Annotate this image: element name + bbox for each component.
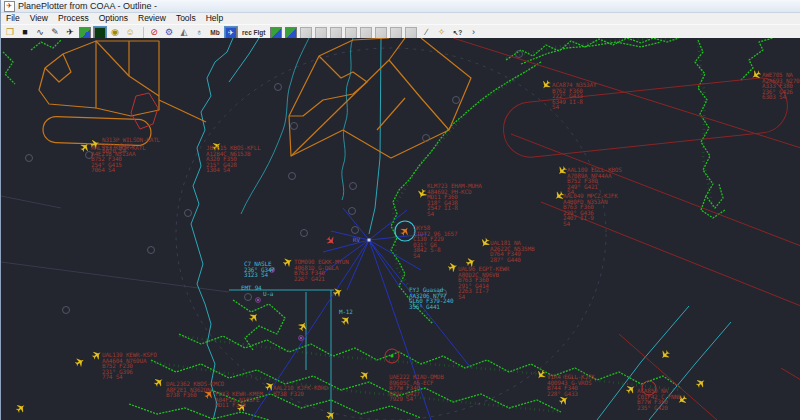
range-ring — [176, 48, 606, 420]
coastline-speckle — [151, 38, 713, 412]
waypoint-circle-4 — [350, 183, 357, 190]
title-bar: ✈ PlanePlotter from COAA - Outline - — [1, 0, 800, 13]
aircraft-24[interactable] — [535, 368, 548, 381]
waypoint-circle-8 — [291, 123, 298, 130]
menu-review[interactable]: Review — [133, 13, 171, 24]
track-layer — [131, 38, 800, 420]
disabled-button-5-face — [360, 27, 372, 39]
data-block-12: UAL139 KEWR-KSFOAA4604 N769UAB752 F23023… — [102, 351, 157, 380]
waypoint-circle-5 — [349, 208, 356, 215]
waypoint-circle-10 — [453, 97, 460, 104]
data-block-3: KLM723 EHAM-MUHA484692 PH-KCDMD11 F36021… — [427, 182, 482, 217]
airport-dot — [390, 354, 393, 357]
window-title: PlanePlotter from COAA - Outline - — [18, 1, 157, 11]
map-a-button-face — [270, 27, 282, 39]
chart-grid-lines — [1, 196, 229, 292]
data-block-18: AAL210 KJFK-KORDB738 F320 — [273, 384, 328, 397]
data-block-10: UAL96 EGPT-KEWRA80D2C N96VBB763 F360291°… — [458, 265, 510, 300]
aircraft-26[interactable] — [624, 383, 637, 396]
map-b-button-face — [285, 27, 297, 39]
separator-1 — [139, 27, 144, 39]
data-block-22: U-a — [263, 290, 274, 297]
menu-help[interactable]: Help — [201, 13, 228, 24]
data-block-20: C7 NASLE236° G3473123 S4 — [244, 260, 275, 278]
aircraft-16[interactable] — [750, 69, 763, 82]
data-block-4: GKY58EIDT2 96 1657C130 F229031° G63842 S… — [413, 224, 458, 259]
disabled-button-4-face — [345, 27, 357, 39]
disabled-button-7-face — [390, 27, 402, 39]
aircraft-29[interactable] — [14, 402, 27, 415]
waypoint-circle-11 — [516, 51, 523, 58]
data-block-19: FYJ GuasadAA3206 N777CL60 F379-240356° G… — [409, 286, 454, 310]
aircraft-31[interactable] — [694, 377, 707, 390]
waypoint-circle-7 — [275, 84, 282, 91]
menu-view[interactable]: View — [25, 13, 53, 24]
data-block-24: RV — [353, 236, 360, 243]
boundary-layer — [191, 38, 731, 420]
aircraft-18[interactable] — [74, 356, 87, 369]
aircraft-7[interactable] — [358, 369, 371, 382]
data-block-16: ACA859 NAC01F42 C-FNNDB77W F360235° G420 — [637, 387, 682, 411]
disabled-button-1-face — [300, 27, 312, 39]
waypoint-circle-6 — [352, 227, 359, 234]
data-block-23: M-12 — [339, 308, 353, 315]
navaid-dot-1 — [257, 299, 259, 301]
waypoint-circle-16 — [301, 230, 308, 237]
data-block-15: VIR4 EGLL-KJFK400943 G-VROSB744 F340228°… — [547, 373, 595, 397]
menu-process[interactable]: Process — [53, 13, 94, 24]
chart-view-button-face — [79, 27, 91, 39]
aircraft-19[interactable] — [152, 376, 165, 389]
aircraft-3[interactable] — [282, 256, 295, 269]
waypoint-circle-12 — [63, 307, 70, 314]
data-block-13: UAE222 KIAD-OMDB89605C A6-ECFB77W F34008… — [389, 373, 444, 402]
radar-view-button-face — [94, 27, 106, 39]
app-icon: ✈ — [4, 1, 15, 12]
menu-tools[interactable]: Tools — [171, 13, 201, 24]
aircraft-13[interactable] — [540, 78, 553, 91]
waypoint-circle-13 — [148, 247, 155, 254]
aircraft-27[interactable] — [658, 348, 671, 361]
waypoint-circle-3 — [289, 173, 296, 180]
data-block-8: AWE705 NAA2A693 N270AYA333 F380236° G426… — [762, 71, 800, 100]
map-view[interactable]: AAL513 KBGR-KATLA4E21B N513AAB752 F34025… — [1, 38, 800, 420]
waypoint-circle-14 — [26, 155, 33, 162]
hub-airport-symbol — [368, 239, 371, 242]
menu-options[interactable]: Options — [94, 13, 133, 24]
waypoint-circle-2 — [245, 294, 252, 301]
data-block-17: FDX3 KEWR-KMEMA04F21 N103FEMD11 F330 — [215, 390, 263, 408]
aircraft-5[interactable] — [297, 320, 310, 333]
disabled-button-2-face — [315, 27, 327, 39]
data-block-2: JBU615 KBOS-KFLLA12B4C N615JBA320 F35021… — [206, 144, 261, 173]
label-layer: AAL513 KBGR-KATLA4E21B N513AAB752 F34025… — [91, 71, 800, 411]
navaid-dot-2 — [300, 337, 302, 339]
disabled-button-6-face — [375, 27, 387, 39]
disabled-button-8-face — [405, 27, 417, 39]
disabled-button-3-face — [330, 27, 342, 39]
data-block-5: AAL109 EGLL-KBOSA7089A N744AAB752 F38024… — [567, 166, 622, 195]
planeplotter-window: ✈ PlanePlotter from COAA - Outline - Fil… — [0, 0, 800, 420]
data-block-21: EMT 94 — [241, 284, 262, 291]
share-view-button-face: ✈ — [225, 27, 237, 39]
aircraft-30[interactable] — [339, 313, 352, 326]
aircraft-32[interactable] — [324, 234, 337, 247]
data-block-11: TOM090 EGKK-MYUN40681D G-DGLAB763 F34022… — [294, 258, 349, 282]
data-block-9: UAL181 NAA2622C N535MBD764 F349287° G440 — [490, 239, 535, 263]
waypoint-circle-1 — [185, 210, 192, 217]
menu-bar: FileViewProcessOptionsReviewToolsHelp — [1, 13, 800, 24]
aircraft-4[interactable] — [247, 310, 260, 323]
menu-file[interactable]: File — [1, 13, 25, 24]
